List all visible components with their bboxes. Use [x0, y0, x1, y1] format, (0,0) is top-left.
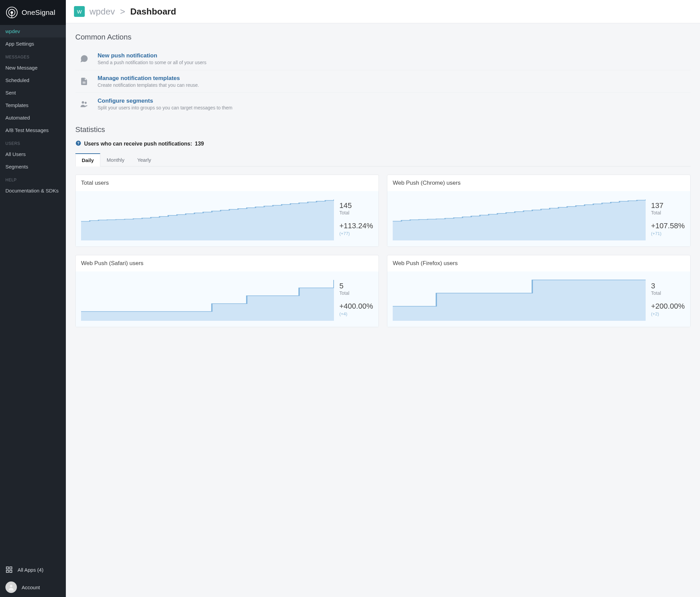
- svg-rect-4: [6, 567, 8, 569]
- action-desc: Split your users into groups so you can …: [98, 105, 232, 110]
- breadcrumb-current: Dashboard: [130, 6, 176, 17]
- card-title: Total users: [76, 175, 378, 191]
- svg-point-9: [82, 101, 84, 104]
- stat-pct: +200.00%: [651, 302, 685, 310]
- sidebar-item-app[interactable]: wpdev: [0, 25, 66, 38]
- sidebar-section-help: HELP: [0, 173, 66, 184]
- comment-icon: [78, 53, 90, 65]
- sidebar-account[interactable]: Account: [0, 577, 66, 597]
- card-chart: [81, 277, 334, 321]
- svg-point-10: [85, 102, 87, 104]
- stat-value: 137: [651, 201, 685, 210]
- common-actions-title: Common Actions: [75, 33, 691, 42]
- stat-pct: +400.00%: [340, 302, 373, 310]
- sidebar-item-all-users[interactable]: All Users: [0, 148, 66, 160]
- onesignal-logo-icon: [5, 6, 18, 19]
- tab-yearly[interactable]: Yearly: [131, 153, 157, 167]
- stat-delta: (+77): [340, 231, 373, 236]
- stat-card: Web Push (Firefox) users 3 Total +200.00…: [387, 255, 691, 327]
- card-stats: 145 Total +113.24% (+77): [340, 197, 373, 241]
- stat-value: 3: [651, 282, 685, 291]
- card-chart: [393, 277, 646, 321]
- file-icon: [78, 75, 90, 88]
- sidebar-header: OneSignal: [0, 0, 66, 25]
- grid-icon: [5, 566, 13, 573]
- content: Common Actions New push notification Sen…: [66, 23, 700, 337]
- action-title: Configure segments: [98, 98, 232, 104]
- all-apps-label: All Apps (4): [18, 567, 44, 573]
- action-configure-segments[interactable]: Configure segments Split your users into…: [75, 93, 691, 115]
- stat-value: 5: [340, 282, 373, 291]
- sidebar-item-ab-test[interactable]: A/B Test Messages: [0, 124, 66, 136]
- sidebar-all-apps[interactable]: All Apps (4): [0, 562, 66, 577]
- stat-total-label: Total: [651, 210, 685, 216]
- sidebar-item-segments[interactable]: Segments: [0, 160, 66, 173]
- stat-delta: (+4): [340, 311, 373, 316]
- sidebar-item-templates[interactable]: Templates: [0, 99, 66, 111]
- sidebar-item-documentation[interactable]: Documentation & SDKs: [0, 184, 66, 197]
- stat-card: Web Push (Safari) users 5 Total +400.00%…: [75, 255, 379, 327]
- stat-card: Total users 145 Total +113.24% (+77): [75, 175, 379, 247]
- stat-pct: +113.24%: [340, 222, 373, 230]
- sidebar-item-sent[interactable]: Sent: [0, 86, 66, 99]
- stats-cards: Total users 145 Total +113.24% (+77) Web…: [75, 175, 691, 327]
- common-actions-list: New push notification Send a push notifi…: [75, 48, 691, 115]
- card-stats: 5 Total +400.00% (+4): [340, 277, 373, 321]
- breadcrumb: wpdev > Dashboard: [90, 6, 176, 17]
- avatar-icon: [5, 581, 17, 593]
- subscribable-count: 139: [195, 141, 204, 147]
- stat-card: Web Push (Chrome) users 137 Total +107.5…: [387, 175, 691, 247]
- sidebar: OneSignal wpdev App Settings MESSAGES Ne…: [0, 0, 66, 597]
- action-desc: Send a push notification to some or all …: [98, 60, 206, 65]
- breadcrumb-separator: >: [120, 6, 125, 17]
- stat-total-label: Total: [340, 210, 373, 216]
- stat-delta: (+2): [651, 311, 685, 316]
- brand-name: OneSignal: [22, 8, 55, 17]
- sidebar-item-app-settings[interactable]: App Settings: [0, 38, 66, 50]
- card-stats: 3 Total +200.00% (+2): [651, 277, 685, 321]
- stat-total-label: Total: [340, 291, 373, 296]
- action-manage-templates[interactable]: Manage notification templates Create not…: [75, 70, 691, 93]
- sidebar-item-automated[interactable]: Automated: [0, 111, 66, 124]
- sidebar-section-users: USERS: [0, 136, 66, 148]
- tab-monthly[interactable]: Monthly: [100, 153, 131, 167]
- stat-delta: (+71): [651, 231, 685, 236]
- stat-pct: +107.58%: [651, 222, 685, 230]
- statistics-section: Statistics ? Users who can receive push …: [75, 125, 691, 327]
- users-icon: [78, 98, 90, 110]
- svg-rect-7: [10, 570, 12, 572]
- statistics-title: Statistics: [75, 125, 691, 134]
- tab-daily[interactable]: Daily: [75, 153, 100, 167]
- stat-value: 145: [340, 201, 373, 210]
- card-title: Web Push (Firefox) users: [387, 255, 690, 272]
- action-desc: Create notification templates that you c…: [98, 82, 199, 88]
- stats-tabs: Daily Monthly Yearly: [75, 153, 691, 167]
- svg-point-8: [10, 585, 12, 587]
- action-new-push[interactable]: New push notification Send a push notifi…: [75, 48, 691, 70]
- app-badge: W: [74, 6, 85, 17]
- action-title: Manage notification templates: [98, 75, 199, 82]
- breadcrumb-app[interactable]: wpdev: [90, 6, 115, 17]
- card-stats: 137 Total +107.58% (+71): [651, 197, 685, 241]
- card-chart: [81, 197, 334, 241]
- svg-rect-3: [11, 13, 12, 18]
- card-chart: [393, 197, 646, 241]
- sidebar-item-new-message[interactable]: New Message: [0, 61, 66, 74]
- topbar: W wpdev > Dashboard: [66, 0, 700, 23]
- stat-total-label: Total: [651, 291, 685, 296]
- subscribable-label: Users who can receive push notifications…: [84, 141, 192, 147]
- action-title: New push notification: [98, 52, 206, 59]
- sidebar-item-scheduled[interactable]: Scheduled: [0, 74, 66, 86]
- main: W wpdev > Dashboard Common Actions New p…: [66, 0, 700, 597]
- help-icon[interactable]: ?: [75, 140, 81, 148]
- account-label: Account: [22, 584, 40, 590]
- sidebar-section-messages: MESSAGES: [0, 50, 66, 61]
- svg-rect-6: [6, 570, 8, 572]
- svg-rect-5: [10, 567, 12, 569]
- card-title: Web Push (Chrome) users: [387, 175, 690, 191]
- subscribable-row: ? Users who can receive push notificatio…: [75, 140, 691, 148]
- card-title: Web Push (Safari) users: [76, 255, 378, 272]
- svg-text:?: ?: [77, 141, 79, 145]
